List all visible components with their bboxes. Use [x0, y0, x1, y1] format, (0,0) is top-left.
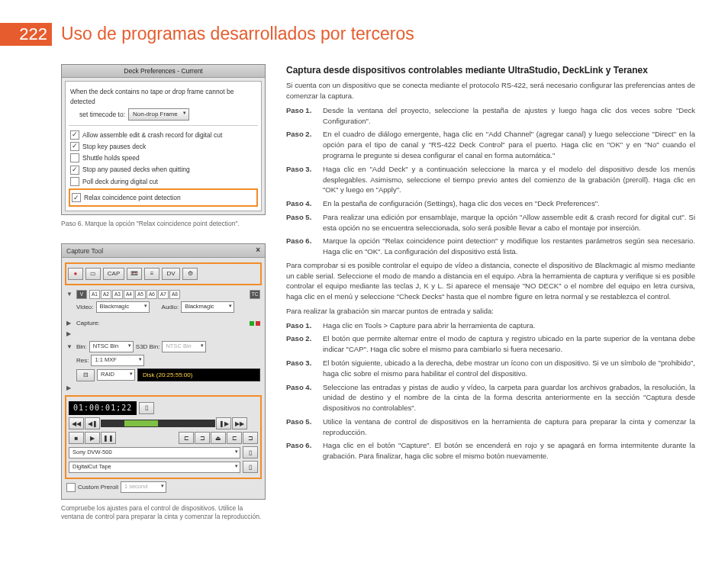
- checkbox-stopany[interactable]: ✓: [70, 166, 79, 175]
- track-a5[interactable]: A5: [135, 290, 146, 299]
- checkbox-shuttle[interactable]: [70, 153, 79, 162]
- deck-intro-text: When the deck contains no tape or drop f…: [70, 87, 256, 106]
- audio-label: Audio:: [162, 303, 179, 312]
- page-title: Uso de programas desarrollados por terce…: [61, 21, 414, 47]
- deck-device-button[interactable]: 📼: [127, 268, 142, 280]
- ffwd-button[interactable]: ▶▶: [232, 417, 247, 429]
- step-text: Marque la opción "Relax coincidence poin…: [323, 236, 695, 257]
- disclosure-triangle-icon[interactable]: ▶: [66, 384, 74, 393]
- raid-dropdown[interactable]: RAID: [97, 369, 135, 381]
- preroll-dropdown[interactable]: 1 second: [121, 481, 166, 493]
- monitor-icon[interactable]: ▭: [85, 268, 101, 280]
- step-row: Paso 1.Desde la ventana del proyecto, se…: [286, 105, 695, 127]
- checkbox-stopkey[interactable]: ✓: [70, 142, 79, 151]
- track-a7[interactable]: A7: [158, 290, 169, 299]
- tape-info-icon[interactable]: ▯: [243, 461, 258, 473]
- step-label: Paso 1.: [286, 320, 323, 331]
- step-fwd-button[interactable]: ❚▶: [216, 417, 231, 429]
- mark-button[interactable]: ⊏: [227, 432, 242, 444]
- deck-info-icon[interactable]: ▯: [243, 446, 258, 458]
- intro-paragraph: Si cuenta con un dispositivo que se cone…: [286, 80, 695, 101]
- figure-deck-preferences: Deck Preferences - Current When the deck…: [61, 64, 266, 215]
- step-label: Paso 1.: [286, 105, 323, 127]
- checkbox-poll[interactable]: [70, 177, 79, 186]
- step-text: Seleccione las entradas y pistas de audi…: [323, 382, 695, 413]
- opt-poll-label: Poll deck during digital cut: [82, 177, 158, 186]
- play-button[interactable]: ▶: [85, 432, 100, 444]
- tape-name-field[interactable]: DigitalCut Tape: [69, 462, 240, 473]
- track-a8[interactable]: A8: [169, 290, 180, 299]
- shuttle-bar[interactable]: [101, 420, 215, 427]
- cap-toggle-button[interactable]: CAP: [103, 268, 124, 280]
- step-row: Paso 4.En la pestaña de configuración (S…: [286, 198, 695, 209]
- res-dropdown[interactable]: 1:1 MXF: [91, 355, 144, 366]
- step-row: Paso 5.Para realizar una edición por ens…: [286, 212, 695, 233]
- page-number: 222: [19, 22, 47, 47]
- mark-button[interactable]: ⊐: [243, 432, 258, 444]
- mark-button[interactable]: ⊏: [179, 432, 194, 444]
- drive-button[interactable]: ⊟: [76, 369, 95, 381]
- options-button[interactable]: ⚙: [182, 268, 198, 280]
- step-label: Paso 4.: [286, 198, 323, 209]
- opt-stopkey-label: Stop key pauses deck: [82, 142, 146, 151]
- deck-name-dropdown[interactable]: Sony DVW-500: [69, 447, 240, 458]
- right-column: Captura desde dispositivos controlables …: [286, 64, 695, 465]
- track-a3[interactable]: A3: [112, 290, 123, 299]
- record-button[interactable]: ●: [68, 268, 83, 280]
- step-back-button[interactable]: ◀❚: [85, 417, 100, 429]
- track-a2[interactable]: A2: [101, 290, 111, 299]
- step-label: Paso 6.: [286, 440, 323, 462]
- figure-capture-tool: Capture Tool × ● ▭ CAP 📼 ≡ DV ⚙ ▼ V A1A2…: [61, 243, 266, 500]
- dialog-titlebar: Deck Preferences - Current: [62, 65, 265, 78]
- step-row: Paso 1.Haga clic en Tools > Capture para…: [286, 320, 695, 331]
- step-text: Desde la ventana del proyecto, seleccion…: [323, 105, 695, 127]
- checkbox-relax[interactable]: ✓: [72, 193, 81, 202]
- step-row: Paso 6.Haga clic en el botón "Capture". …: [286, 440, 695, 462]
- disclosure-triangle-icon[interactable]: ▼: [66, 343, 74, 352]
- step-label: Paso 4.: [286, 382, 323, 413]
- disclosure-triangle-icon[interactable]: ▶: [66, 330, 74, 339]
- capture-titlebar: Capture Tool ×: [62, 244, 265, 258]
- s3d-bin-dropdown[interactable]: NTSC Bin: [162, 341, 206, 352]
- track-a1[interactable]: A1: [89, 290, 100, 299]
- eject-button[interactable]: ⏏: [211, 432, 226, 444]
- mid-paragraph-2: Para realizar la grabación sin marcar pu…: [286, 306, 695, 317]
- checkbox-assemble[interactable]: ✓: [70, 130, 79, 140]
- rewind-button[interactable]: ◀◀: [69, 417, 84, 429]
- mark-in-icon[interactable]: ▯: [139, 402, 154, 414]
- track-a6[interactable]: A6: [147, 290, 157, 299]
- video-label: Video:: [76, 303, 94, 312]
- audio-source-dropdown[interactable]: Blackmagic: [181, 301, 234, 313]
- pause-button[interactable]: ❚❚: [101, 432, 116, 444]
- mark-button[interactable]: ⊐: [195, 432, 210, 444]
- timecode-dropdown[interactable]: Non-drop Frame: [128, 108, 189, 121]
- track-v[interactable]: V: [76, 290, 87, 299]
- waveform-icon[interactable]: ≡: [144, 268, 159, 280]
- disclosure-triangle-icon[interactable]: ▼: [66, 290, 74, 299]
- dv-button[interactable]: DV: [162, 268, 180, 280]
- figure2-caption: Compruebe los ajustes para el control de…: [61, 504, 266, 521]
- stop-button[interactable]: ■: [69, 432, 84, 444]
- opt-stopany-label: Stop any paused decks when quitting: [82, 165, 190, 174]
- step-label: Paso 3.: [286, 358, 323, 379]
- left-column: Deck Preferences - Current When the deck…: [61, 64, 266, 521]
- track-a4[interactable]: A4: [124, 290, 134, 299]
- disclosure-triangle-icon[interactable]: ▶: [66, 319, 74, 328]
- step-row: Paso 4.Seleccione las entradas y pistas …: [286, 382, 695, 413]
- set-timecode-label: set timecode to:: [79, 110, 125, 119]
- step-row: Paso 3.El botón siguiente, ubicado a la …: [286, 358, 695, 379]
- step-label: Paso 5.: [286, 212, 323, 233]
- close-icon[interactable]: ×: [256, 245, 260, 256]
- track-tc[interactable]: TC: [250, 290, 260, 299]
- bin-dropdown[interactable]: NTSC Bin: [89, 341, 134, 352]
- preroll-label: Custom Preroll: [78, 483, 118, 492]
- step-text: Utilice la ventana de control de disposi…: [323, 417, 695, 438]
- video-source-dropdown[interactable]: Blackmagic: [96, 301, 150, 313]
- highlight-relax-option: ✓Relax coincidence point detection: [69, 188, 258, 207]
- checkbox-preroll[interactable]: [66, 483, 76, 492]
- capture-title: Capture Tool: [66, 246, 103, 256]
- disk-indicator: Disk (20:25:55:00): [137, 368, 260, 382]
- section-heading: Captura desde dispositivos controlables …: [286, 64, 695, 77]
- page-number-bar: 222: [0, 23, 52, 46]
- step-label: Paso 6.: [286, 236, 323, 257]
